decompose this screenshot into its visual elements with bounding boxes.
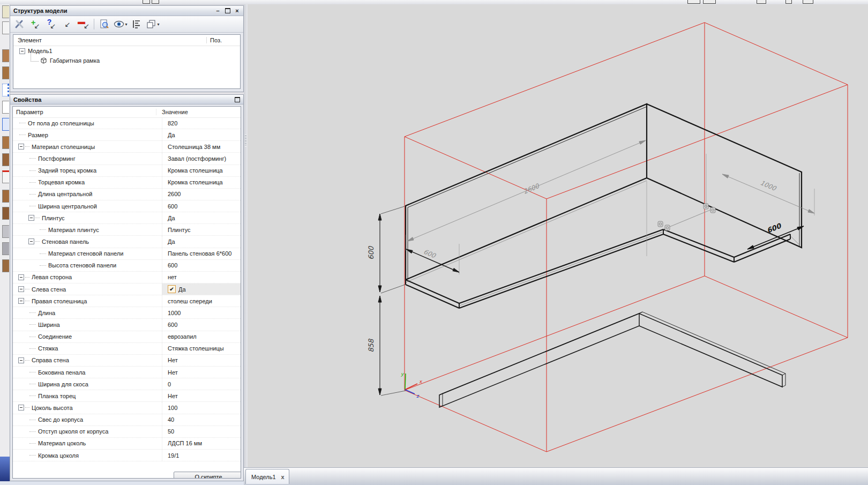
visibility-icon[interactable]: ▾ — [114, 18, 128, 31]
tools-icon[interactable] — [12, 18, 26, 31]
side-toolbar-icon[interactable] — [2, 225, 9, 238]
property-value[interactable]: 820 — [162, 117, 241, 129]
property-row[interactable]: ПостформингЗавал (постформинг) — [13, 153, 241, 165]
panel-splitter[interactable] — [244, 4, 248, 467]
property-row[interactable]: Боковина пеналаНет — [13, 367, 241, 378]
bounding-frame-wireframe[interactable] — [405, 23, 848, 452]
remove-element-icon[interactable]: ▬↙ — [77, 18, 91, 31]
property-row[interactable]: Ширина600 — [13, 319, 241, 331]
property-value[interactable]: 600 — [162, 319, 241, 330]
collapse-icon[interactable] — [28, 215, 34, 221]
restore-button[interactable] — [233, 96, 241, 103]
side-toolbar-icon[interactable] — [2, 5, 9, 18]
property-value[interactable]: 600 — [162, 200, 241, 212]
property-row[interactable]: Высота стеновой панели600 — [13, 260, 241, 272]
tree-item-model[interactable]: Модель1 — [13, 46, 240, 56]
collapse-icon[interactable] — [18, 405, 24, 411]
property-value[interactable]: 40 — [162, 414, 241, 426]
collapse-icon[interactable] — [18, 357, 24, 363]
property-value[interactable]: столеш спереди — [162, 295, 241, 307]
collapse-icon[interactable] — [18, 144, 24, 150]
property-value[interactable]: 50 — [162, 426, 241, 437]
viewport-3d[interactable]: 600 858 600 2600 1000 600 y x z — [248, 4, 868, 467]
property-value[interactable]: 0 — [162, 378, 241, 390]
plinth-wireframe[interactable] — [439, 312, 785, 407]
property-row[interactable]: СтяжкаСтяжка столешницы — [13, 343, 241, 355]
property-value[interactable]: 19/1 — [162, 450, 241, 461]
property-value[interactable]: еврозапил — [162, 331, 241, 342]
side-toolbar-icon[interactable] — [2, 259, 9, 272]
property-value[interactable]: Стяжка столешницы — [162, 343, 241, 354]
about-script-button[interactable]: О скрипте — [174, 472, 241, 479]
cascade-icon[interactable]: ▾ — [146, 18, 160, 31]
property-value[interactable]: ✔Да — [162, 283, 241, 295]
property-row[interactable]: Материал плинтусПлинтус — [13, 224, 241, 236]
property-row[interactable]: Материал цокольЛДСП 16 мм — [13, 438, 241, 450]
close-button[interactable]: × — [233, 8, 241, 14]
property-value[interactable]: Да — [162, 212, 241, 223]
property-row[interactable]: Отступ цоколя от корпуса50 — [13, 426, 241, 438]
structure-window-titlebar[interactable]: Структура модели – × — [10, 6, 243, 16]
property-row[interactable]: Левая сторонанет — [13, 272, 241, 283]
property-value[interactable]: Да — [162, 236, 241, 247]
property-row[interactable]: Свес до корпуса40 — [13, 414, 241, 426]
tree-view-icon[interactable] — [130, 18, 144, 31]
property-row[interactable]: Задний торец кромкаКромка столешница — [13, 165, 241, 177]
pick-element-icon[interactable]: ↙ — [61, 18, 74, 31]
side-toolbar-icon[interactable] — [2, 101, 9, 114]
property-row[interactable]: Ширина для скоса0 — [13, 378, 241, 390]
tab-close-icon[interactable]: х — [281, 474, 285, 480]
restore-button[interactable] — [223, 8, 231, 14]
property-row[interactable]: Материал стеновой панелиПанель стеновая … — [13, 248, 241, 260]
property-value[interactable]: 600 — [162, 260, 241, 271]
minimize-button[interactable]: – — [214, 8, 222, 14]
side-toolbar-icon[interactable] — [2, 242, 9, 255]
property-row[interactable]: Справа стенаНет — [13, 355, 241, 367]
property-value[interactable]: Кромка столешница — [162, 177, 241, 188]
property-row[interactable]: Длина1000 — [13, 307, 241, 319]
property-row[interactable]: Ширина центральной600 — [13, 200, 241, 212]
property-value[interactable]: Панель стеновая 6*600 — [162, 248, 241, 259]
property-row[interactable]: Планка торецНет — [13, 390, 241, 402]
side-toolbar-icon[interactable] — [2, 190, 9, 203]
collapse-icon[interactable] — [18, 298, 24, 304]
side-toolbar-icon[interactable] — [2, 21, 9, 34]
add-element-icon[interactable]: +↙ — [28, 18, 42, 31]
side-toolbar-icon[interactable] — [2, 153, 9, 166]
property-value[interactable]: Кромка столешница — [162, 165, 241, 176]
property-value[interactable]: Плинтус — [162, 224, 241, 235]
collapse-icon[interactable] — [18, 286, 24, 292]
property-row[interactable]: От пола до столешницы820 — [13, 117, 241, 129]
collapse-icon[interactable] — [28, 238, 34, 244]
property-row[interactable]: РазмерДа — [13, 129, 241, 141]
property-row[interactable]: Торцевая кромкаКромка столешница — [13, 177, 241, 189]
side-toolbar-icon[interactable] — [2, 118, 9, 131]
property-row[interactable]: Длина центральной2600 — [13, 189, 241, 200]
property-value[interactable]: Да — [162, 129, 241, 140]
side-toolbar-icon[interactable] — [2, 136, 9, 149]
property-row[interactable]: ПлинтусДа — [13, 212, 241, 224]
preview-icon[interactable] — [98, 18, 111, 31]
property-row[interactable]: Соединениееврозапил — [13, 331, 241, 343]
property-row[interactable]: Цоколь высота100 — [13, 402, 241, 414]
property-value[interactable]: Завал (постформинг) — [162, 153, 241, 164]
property-value[interactable]: 2600 — [162, 189, 241, 200]
collapse-icon[interactable] — [19, 48, 25, 54]
side-toolbar-icon[interactable] — [2, 170, 9, 183]
property-value[interactable]: Нет — [162, 367, 241, 378]
side-toolbar-icon[interactable] — [2, 207, 9, 220]
property-row[interactable]: Стеновая панельДа — [13, 236, 241, 248]
side-toolbar-icon[interactable] — [2, 66, 9, 79]
property-value[interactable]: нет — [162, 272, 241, 283]
property-value[interactable]: 100 — [162, 402, 241, 413]
property-value[interactable]: 1000 — [162, 307, 241, 318]
model-wireframe[interactable] — [406, 104, 802, 308]
properties-window-titlebar[interactable]: Свойства — [10, 95, 243, 105]
side-toolbar-icon[interactable] — [2, 49, 9, 62]
property-row[interactable]: Правая столешницастолеш спереди — [13, 295, 241, 307]
property-row[interactable]: Слева стена✔Да — [13, 283, 241, 295]
property-row[interactable]: Материал столешницыСтолешница 38 мм — [13, 141, 241, 153]
property-value[interactable]: Столешница 38 мм — [162, 141, 241, 152]
property-value[interactable]: ЛДСП 16 мм — [162, 438, 241, 449]
property-value[interactable]: Нет — [162, 355, 241, 366]
